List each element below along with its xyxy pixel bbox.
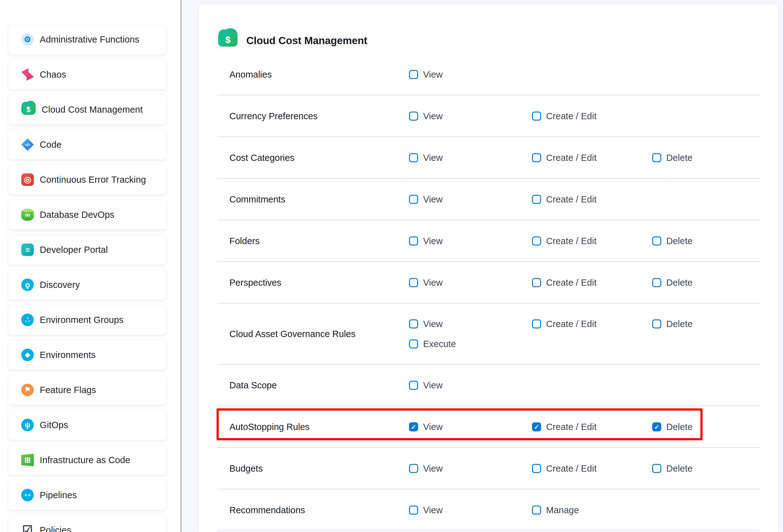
sidebar-item-continuous-error-tracking[interactable]: ◎ Continuous Error Tracking xyxy=(8,165,166,195)
view-checkbox[interactable] xyxy=(409,505,418,514)
permission-delete[interactable]: Delete xyxy=(652,463,693,473)
sidebar-item-label: Code xyxy=(40,139,62,150)
permission-create-edit[interactable]: Create / Edit xyxy=(532,236,596,246)
create-edit-checkbox[interactable] xyxy=(532,319,541,328)
permission-delete[interactable]: Delete xyxy=(652,277,693,288)
view-checkbox[interactable] xyxy=(409,195,418,204)
chaos-pinwheel-icon xyxy=(21,68,34,81)
execute-checkbox[interactable] xyxy=(409,340,418,349)
create-edit-checkbox[interactable] xyxy=(532,195,541,204)
permission-label: View xyxy=(423,69,442,80)
sidebar-item-policies[interactable]: ☑ Policies xyxy=(8,515,166,532)
view-checkbox[interactable] xyxy=(409,153,418,162)
permission-view[interactable]: View xyxy=(409,111,442,121)
permission-view[interactable]: View xyxy=(409,319,442,329)
permission-delete[interactable]: Delete xyxy=(652,236,693,246)
permission-delete[interactable]: Delete xyxy=(652,319,693,329)
permission-label: View xyxy=(423,111,442,121)
view-checkbox[interactable] xyxy=(409,380,418,389)
permission-view[interactable]: View xyxy=(409,421,442,432)
permissions-screen: ⚙ Administrative Functions Chaos $ Cloud… xyxy=(0,0,783,532)
view-checkbox[interactable] xyxy=(409,464,418,473)
permission-label: View xyxy=(423,236,442,246)
permission-label: Create / Edit xyxy=(546,152,596,163)
permission-create-edit[interactable]: Create / Edit xyxy=(532,152,596,163)
permission-label: Create / Edit xyxy=(546,111,596,121)
sidebar-item-discovery[interactable]: ϙ Discovery xyxy=(8,270,166,300)
delete-checkbox[interactable] xyxy=(652,278,661,287)
permission-create-edit[interactable]: Create / Edit xyxy=(532,111,596,121)
sidebar-item-administrative-functions[interactable]: ⚙ Administrative Functions xyxy=(8,24,166,55)
gitops-branch-icon: ψ xyxy=(21,419,34,431)
permission-create-edit[interactable]: Create / Edit xyxy=(532,194,596,205)
permission-view[interactable]: View xyxy=(409,277,442,288)
sidebar-item-label: Feature Flags xyxy=(40,385,96,395)
sidebar-item-environments[interactable]: ◈ Environments xyxy=(8,340,166,370)
view-checkbox[interactable] xyxy=(409,112,418,121)
permission-delete[interactable]: Delete xyxy=(652,421,693,432)
permission-delete[interactable]: Delete xyxy=(652,152,693,163)
sidebar-item-infrastructure-as-code[interactable]: ⊞ Infrastructure as Code xyxy=(8,445,166,475)
sidebar-item-cloud-cost-management[interactable]: $ Cloud Cost Management xyxy=(8,95,166,125)
permission-manage[interactable]: Manage xyxy=(532,505,579,515)
sidebar-item-label: Continuous Error Tracking xyxy=(40,175,146,185)
pipelines-chain-icon: ∘∘ xyxy=(21,489,34,501)
delete-checkbox[interactable] xyxy=(652,319,661,328)
delete-checkbox[interactable] xyxy=(652,236,661,245)
permission-view[interactable]: View xyxy=(409,380,442,390)
create-edit-checkbox[interactable] xyxy=(532,153,541,162)
code-icon: </> xyxy=(21,138,34,151)
sidebar-item-code[interactable]: </> Code xyxy=(8,130,166,160)
resource-label: Folders xyxy=(229,236,260,246)
permissions-table: Anomalies View Currency Preferences View… xyxy=(217,54,760,531)
permission-execute[interactable]: Execute xyxy=(409,339,456,349)
row-cloud-asset-governance-rules: Cloud Asset Governance Rules View Create… xyxy=(217,304,760,365)
delete-checkbox[interactable] xyxy=(652,464,661,473)
row-commitments: Commitments View Create / Edit xyxy=(217,179,760,220)
view-checkbox[interactable] xyxy=(409,278,418,287)
delete-checkbox[interactable] xyxy=(652,153,661,162)
create-edit-checkbox[interactable] xyxy=(532,464,541,473)
view-checkbox[interactable] xyxy=(409,422,418,431)
permission-label: Execute xyxy=(423,339,456,349)
sidebar-item-label: Developer Portal xyxy=(40,245,108,255)
sidebar-item-database-devops[interactable]: ∞ Database DevOps xyxy=(8,200,166,230)
create-edit-checkbox[interactable] xyxy=(532,278,541,287)
infrastructure-as-code-icon: ⊞ xyxy=(21,454,34,466)
gear-icon: ⚙ xyxy=(21,33,34,46)
sidebar-item-label: Infrastructure as Code xyxy=(40,455,130,465)
permission-view[interactable]: View xyxy=(409,152,442,163)
sidebar-item-pipelines[interactable]: ∘∘ Pipelines xyxy=(8,480,166,510)
permission-view[interactable]: View xyxy=(409,194,442,205)
view-checkbox[interactable] xyxy=(409,319,418,328)
sidebar-item-label: Policies xyxy=(40,525,71,532)
sidebar-item-gitops[interactable]: ψ GitOps xyxy=(8,410,166,440)
create-edit-checkbox[interactable] xyxy=(532,236,541,245)
cloud-dollar-icon: $ xyxy=(21,104,36,115)
permission-view[interactable]: View xyxy=(409,69,442,80)
permission-create-edit[interactable]: Create / Edit xyxy=(532,277,596,288)
sidebar-item-feature-flags[interactable]: ⚑ Feature Flags xyxy=(8,375,166,405)
view-checkbox[interactable] xyxy=(409,236,418,245)
sidebar-item-label: GitOps xyxy=(40,420,68,430)
permission-label: Create / Edit xyxy=(546,194,596,205)
permission-create-edit[interactable]: Create / Edit xyxy=(532,463,596,473)
delete-checkbox[interactable] xyxy=(652,422,661,431)
permission-create-edit[interactable]: Create / Edit xyxy=(532,421,596,432)
permission-label: Delete xyxy=(666,421,693,432)
sidebar-item-developer-portal[interactable]: ≡ Developer Portal xyxy=(8,235,166,265)
permission-label: Delete xyxy=(666,277,693,288)
sidebar-item-chaos[interactable]: Chaos xyxy=(8,59,166,90)
permission-create-edit[interactable]: Create / Edit xyxy=(532,319,596,329)
permission-view[interactable]: View xyxy=(409,236,442,246)
permission-view[interactable]: View xyxy=(409,463,442,473)
sidebar-item-environment-groups[interactable]: ∴ Environment Groups xyxy=(8,305,166,335)
create-edit-checkbox[interactable] xyxy=(532,422,541,431)
view-checkbox[interactable] xyxy=(409,70,418,79)
create-edit-checkbox[interactable] xyxy=(532,112,541,121)
row-perspectives: Perspectives View Create / Edit Delete xyxy=(217,262,760,304)
discovery-search-icon: ϙ xyxy=(21,279,34,291)
permission-view[interactable]: View xyxy=(409,505,442,515)
manage-checkbox[interactable] xyxy=(532,505,541,514)
row-data-scope: Data Scope View xyxy=(217,365,760,406)
